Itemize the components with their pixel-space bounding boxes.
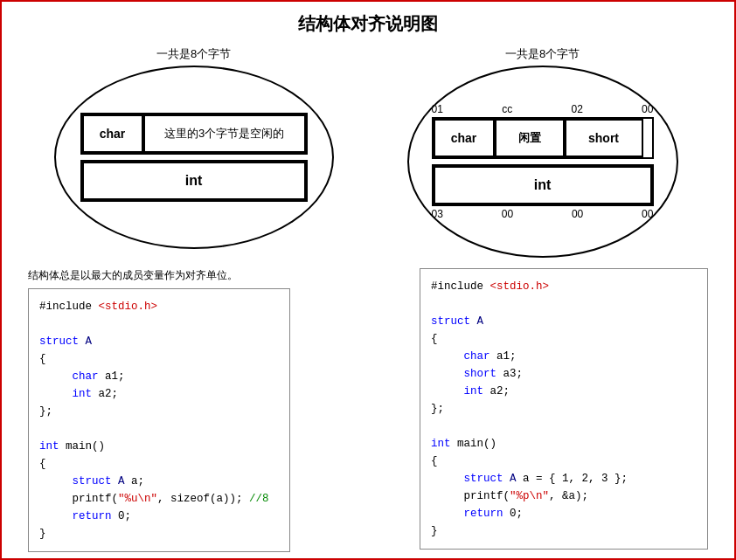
code-right-line15: } [431, 522, 697, 540]
code-right-line11: { [431, 453, 697, 470]
left-int-row: int [80, 160, 308, 202]
code-right-line3: struct A [431, 313, 697, 330]
code-left-line9: int main() [39, 438, 279, 455]
code-right-line4: { [431, 330, 697, 348]
code-right-line5: char a1; [431, 348, 697, 365]
code-left-line14: } [39, 525, 279, 543]
code-left-line8 [39, 420, 279, 438]
code-box-left: #include <stdio.h> struct A { char a1; i… [28, 288, 290, 552]
right-diagram: 一共是8个字节 01 cc 02 00 char 闲置 short [385, 46, 700, 258]
right-top-row: char 闲置 short [432, 117, 654, 159]
code-right-line1: #include <stdio.h> [431, 278, 697, 295]
addr-top-0: 01 [432, 103, 443, 115]
left-top-row: char 这里的3个字节是空闲的 [80, 113, 308, 155]
addr-top: 01 cc 02 00 [428, 103, 657, 115]
right-diagram-label: 一共是8个字节 [505, 46, 580, 62]
code-left-line7: }; [39, 403, 279, 420]
addr-bottom-3: 00 [642, 208, 653, 220]
right-short-cell: short [565, 119, 643, 157]
addr-top-3: 00 [642, 103, 653, 115]
bottom-row: 结构体总是以最大的成员变量作为对齐单位。 #include <stdio.h> … [2, 261, 734, 552]
right-oval-content: 01 cc 02 00 char 闲置 short int 03 [428, 86, 657, 237]
code-left-line5: char a1; [39, 368, 279, 385]
left-diagram-label: 一共是8个字节 [156, 46, 231, 62]
code-left-line12: printf("%u\n", sizeof(a)); //8 [39, 490, 279, 508]
code-right-line8: }; [431, 400, 697, 418]
left-diagram: 一共是8个字节 char 这里的3个字节是空闲的 int [37, 46, 351, 249]
code-left-line3: struct A [39, 333, 279, 350]
code-right-line6: short a3; [431, 365, 697, 383]
addr-bottom: 03 00 00 00 [428, 208, 657, 220]
addr-top-2: 02 [571, 103, 582, 115]
left-oval-content: char 这里的3个字节是空闲的 int [80, 83, 308, 232]
code-left-line2 [39, 315, 279, 333]
code-right-line12: struct A a = { 1, 2, 3 }; [431, 470, 697, 487]
code-box-right: #include <stdio.h> struct A { char a1; s… [420, 268, 708, 550]
code-left-line13: return 0; [39, 508, 279, 525]
addr-top-1: cc [502, 103, 512, 115]
bottom-left: 结构体总是以最大的成员变量作为对齐单位。 #include <stdio.h> … [28, 268, 343, 552]
code-left-line6: int a2; [39, 385, 279, 403]
code-right-line10: int main() [431, 435, 697, 453]
left-oval-wrapper: char 这里的3个字节是空闲的 int [54, 66, 334, 249]
code-right-line7: int a2; [431, 383, 697, 400]
note-text: 结构体总是以最大的成员变量作为对齐单位。 [28, 268, 343, 283]
left-int-cell: int [82, 162, 306, 200]
right-oval-wrapper: 01 cc 02 00 char 闲置 short int 03 [407, 66, 678, 258]
left-idle-cell: 这里的3个字节是空闲的 [143, 114, 306, 153]
bottom-right: #include <stdio.h> struct A { char a1; s… [420, 268, 708, 552]
diagrams-row: 一共是8个字节 char 这里的3个字节是空闲的 int 一共是8个字节 [2, 46, 734, 258]
addr-bottom-2: 00 [572, 208, 583, 220]
right-idle-cell: 闲置 [495, 119, 565, 157]
right-int-cell: int [434, 166, 652, 204]
code-left-line11: struct A a; [39, 473, 279, 490]
code-right-line2 [431, 295, 697, 313]
page-title: 结构体对齐说明图 [2, 2, 734, 43]
left-char-cell: char [82, 114, 143, 153]
addr-bottom-1: 00 [502, 208, 513, 220]
right-char-cell: char [434, 119, 495, 157]
code-right-line13: printf("%p\n", &a); [431, 487, 697, 505]
code-right-line14: return 0; [431, 505, 697, 522]
addr-bottom-0: 03 [432, 208, 443, 220]
code-left-line10: { [39, 455, 279, 473]
code-left-line1: #include <stdio.h> [39, 298, 279, 315]
code-left-line4: { [39, 350, 279, 368]
code-right-line9 [431, 418, 697, 435]
right-int-row: int [432, 164, 654, 206]
